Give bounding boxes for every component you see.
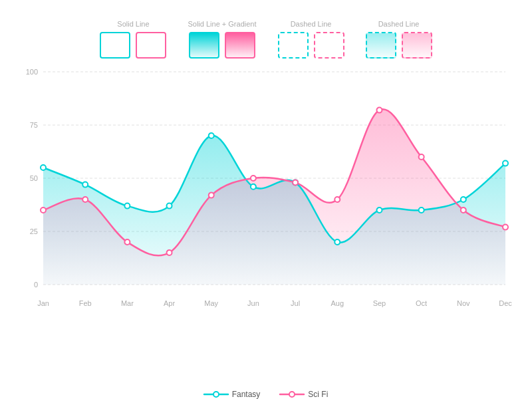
svg-point-45 (503, 225, 508, 230)
svg-point-42 (376, 108, 382, 113)
svg-point-34 (41, 207, 46, 213)
svg-point-32 (461, 197, 466, 202)
legend-group-dashed: Dashed Line (278, 20, 344, 59)
legend-group-solid: Solid Line (100, 20, 166, 59)
svg-point-39 (251, 176, 256, 181)
chart-svg: 0255075100JanFebMarAprMayJunJulAugSepOct… (13, 65, 519, 311)
legend-box-cyan-gradient (189, 32, 219, 59)
legend-box-pink-solid (136, 32, 166, 59)
svg-point-26 (209, 133, 214, 138)
svg-point-36 (124, 239, 130, 245)
svg-point-27 (251, 184, 256, 190)
legend-solid-boxes (100, 32, 166, 59)
legend-gradient-label: Solid Line + Gradient (188, 20, 256, 28)
bottom-legend: Fantasy Sci Fi (204, 390, 329, 399)
svg-point-37 (167, 250, 172, 255)
svg-text:75: 75 (30, 121, 38, 129)
scifi-label: Sci Fi (308, 390, 328, 399)
chart-wrapper: 0255075100JanFebMarAprMayJunJulAugSepOct… (13, 65, 519, 359)
svg-text:May: May (204, 299, 218, 307)
legend-box-cyan-dashed (278, 32, 309, 59)
svg-text:25: 25 (30, 227, 38, 235)
svg-text:Jan: Jan (37, 299, 49, 307)
svg-point-25 (167, 203, 172, 209)
legend-group-gradient: Solid Line + Gradient (188, 20, 256, 59)
page: Solid Line Solid Line + Gradient Dashed … (0, 0, 532, 399)
svg-point-30 (376, 207, 382, 213)
legend-box-pink-dashed-gradient (402, 32, 432, 59)
svg-text:Oct: Oct (416, 299, 427, 307)
svg-point-41 (334, 197, 340, 202)
legend-gradient-boxes (189, 32, 255, 59)
svg-text:Sep: Sep (373, 299, 386, 307)
svg-point-23 (82, 182, 88, 188)
svg-text:Jul: Jul (291, 299, 300, 307)
svg-point-35 (82, 197, 88, 202)
svg-point-31 (419, 207, 424, 213)
legend-box-cyan-solid (100, 32, 130, 59)
bottom-legend-fantasy: Fantasy (204, 390, 261, 399)
bottom-legend-scifi: Sci Fi (280, 390, 328, 399)
svg-point-49 (289, 392, 295, 397)
svg-point-24 (124, 203, 130, 209)
legend-box-pink-gradient (225, 32, 255, 59)
fantasy-label: Fantasy (232, 390, 261, 399)
svg-point-44 (461, 207, 466, 213)
svg-text:100: 100 (26, 68, 38, 76)
svg-text:Dec: Dec (499, 299, 512, 307)
svg-text:50: 50 (30, 174, 38, 182)
svg-text:Jun: Jun (247, 299, 259, 307)
svg-point-33 (503, 161, 508, 166)
svg-point-22 (41, 165, 46, 170)
legend-solid-label: Solid Line (117, 20, 149, 28)
svg-text:0: 0 (34, 281, 38, 289)
legend-dashed-boxes (278, 32, 344, 59)
legend-section: Solid Line Solid Line + Gradient Dashed … (100, 20, 432, 59)
svg-point-40 (293, 180, 298, 185)
legend-box-cyan-dashed-gradient (366, 32, 396, 59)
svg-point-29 (334, 239, 340, 245)
svg-point-47 (213, 392, 219, 397)
svg-text:Apr: Apr (164, 299, 175, 307)
svg-text:Mar: Mar (121, 299, 134, 307)
svg-point-43 (419, 154, 424, 160)
legend-group-dashed-gradient: Dashed Line (366, 20, 432, 59)
svg-text:Nov: Nov (457, 299, 470, 307)
legend-dashed-gradient-label: Dashed Line (378, 20, 420, 28)
svg-point-38 (209, 193, 214, 198)
legend-dashed-gradient-boxes (366, 32, 432, 59)
legend-dashed-label: Dashed Line (291, 20, 332, 28)
svg-text:Aug: Aug (331, 299, 344, 307)
svg-text:Feb: Feb (79, 299, 92, 307)
legend-box-pink-dashed (314, 32, 344, 59)
